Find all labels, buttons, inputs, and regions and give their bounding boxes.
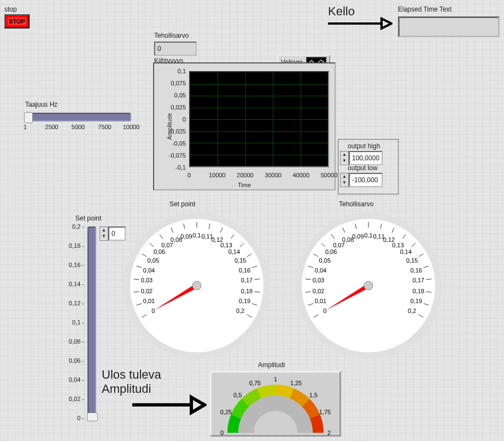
vslider-ticks: 0,2 -0,18 -0,16 -0,14 -0,12 -0,1 -0,08 -…	[68, 227, 84, 418]
svg-text:0,75: 0,75	[249, 380, 261, 386]
svg-text:1,5: 1,5	[309, 392, 318, 398]
svg-text:0,14: 0,14	[228, 248, 240, 255]
svg-text:0,02: 0,02	[313, 288, 324, 294]
svg-text:0,16: 0,16	[411, 267, 422, 274]
output-high-field[interactable]: ▲▼ 100,0000	[340, 151, 383, 165]
front-panel: stop STOP Kello Elapsed Time Text Teholl…	[0, 0, 504, 441]
spinner-icon[interactable]: ▲▼	[99, 227, 108, 241]
svg-point-46	[192, 281, 201, 290]
svg-text:0,03: 0,03	[313, 277, 324, 283]
svg-text:0,14: 0,14	[400, 248, 412, 255]
svg-text:0,04: 0,04	[143, 267, 155, 274]
svg-text:0,03: 0,03	[141, 277, 153, 283]
stop-button[interactable]: STOP	[4, 14, 30, 28]
svg-text:2: 2	[327, 430, 331, 435]
svg-text:0,05: 0,05	[319, 257, 331, 264]
svg-text:1: 1	[274, 376, 277, 382]
stop-button-text: STOP	[8, 18, 26, 25]
elapsed-time-field	[398, 16, 500, 37]
svg-text:1,25: 1,25	[290, 380, 302, 386]
svg-text:0,18: 0,18	[241, 288, 253, 294]
spinner-icon[interactable]: ▲▼	[340, 151, 349, 165]
tehollisarvo-gauge-label: Tehollisarvo	[339, 200, 373, 208]
slider-thumb[interactable]	[24, 112, 33, 123]
svg-text:0: 0	[151, 307, 155, 314]
taajuus-label: Taajuus Hz	[25, 101, 57, 108]
svg-text:0,19: 0,19	[239, 298, 250, 304]
output-low-label: output low	[348, 164, 378, 172]
svg-text:0,15: 0,15	[406, 257, 418, 264]
svg-text:0,17: 0,17	[241, 277, 253, 283]
svg-text:0,06: 0,06	[325, 248, 337, 255]
elapsed-time-label: Elapsed Time Text	[398, 5, 452, 13]
svg-text:0,1: 0,1	[192, 232, 201, 239]
taajuus-slider[interactable]: 125005000750010000	[25, 113, 131, 135]
svg-text:0,01: 0,01	[315, 298, 326, 304]
svg-marker-103	[191, 397, 204, 413]
svg-text:0: 0	[220, 430, 224, 435]
svg-text:0: 0	[323, 307, 326, 314]
amplitudi-annotation: Ulos tuleva Amplitudi	[102, 368, 161, 396]
svg-text:0,05: 0,05	[148, 257, 159, 264]
svg-text:0,1: 0,1	[364, 232, 372, 239]
arrow-right-icon	[130, 394, 207, 416]
tehollisarvo-num-label: Tehollisarvo	[154, 32, 189, 39]
setpoint-vslider[interactable]: 0,2 -0,18 -0,16 -0,14 -0,12 -0,1 -0,08 -…	[87, 227, 96, 420]
output-high-value[interactable]: 100,0000	[349, 151, 383, 165]
setpoint-gauge-label: Set point	[169, 200, 195, 208]
svg-text:0,13: 0,13	[392, 242, 403, 248]
svg-text:0,09: 0,09	[352, 233, 364, 240]
svg-text:0,15: 0,15	[235, 257, 246, 264]
tehollisarvo-num-field: 0	[154, 42, 197, 56]
svg-text:0,5: 0,5	[233, 392, 242, 398]
output-high-label: output high	[348, 142, 380, 150]
svg-point-91	[364, 281, 373, 290]
output-low-value[interactable]: -100,000	[349, 173, 383, 187]
svg-text:0,16: 0,16	[239, 267, 250, 274]
graph-xlabel: Time	[238, 182, 251, 188]
svg-text:0,13: 0,13	[220, 242, 232, 248]
arrow-right-icon	[327, 15, 392, 32]
svg-text:0,01: 0,01	[143, 298, 155, 304]
svg-marker-1	[382, 19, 391, 28]
svg-text:0,04: 0,04	[315, 267, 326, 274]
vslider-thumb[interactable]	[87, 413, 98, 421]
svg-text:0,2: 0,2	[236, 307, 244, 314]
svg-text:0,19: 0,19	[411, 298, 422, 304]
amplitudi-label: Amplitudi	[258, 361, 285, 369]
svg-text:0,06: 0,06	[154, 248, 165, 255]
tehollisarvo-gauge: 00,010,020,030,040,050,060,070,080,090,1…	[292, 209, 445, 362]
svg-text:0,17: 0,17	[413, 277, 424, 283]
amplitudi-gauge: 00,250,50,7511,251,51,752	[210, 371, 341, 437]
spinner-icon[interactable]: ▲▼	[340, 173, 349, 187]
kiihtyvyys-graph[interactable]: Amplitude Time 0,10,0750,050,0250-0,025-…	[153, 62, 336, 190]
setpoint-vslider-label: Set point	[75, 214, 101, 222]
plot-area	[189, 71, 329, 167]
slider-ticks: 125005000750010000	[25, 124, 131, 135]
svg-text:0,02: 0,02	[141, 288, 153, 294]
svg-text:0,09: 0,09	[180, 233, 192, 240]
svg-text:0,18: 0,18	[413, 288, 424, 294]
svg-text:0,25: 0,25	[220, 409, 232, 415]
svg-text:0,2: 0,2	[408, 307, 416, 314]
setpoint-gauge: 00,010,020,030,040,050,060,070,080,090,1…	[120, 209, 273, 362]
output-low-field[interactable]: ▲▼ -100,000	[340, 173, 383, 187]
stop-label: stop	[4, 5, 17, 13]
svg-text:1,75: 1,75	[319, 409, 331, 415]
